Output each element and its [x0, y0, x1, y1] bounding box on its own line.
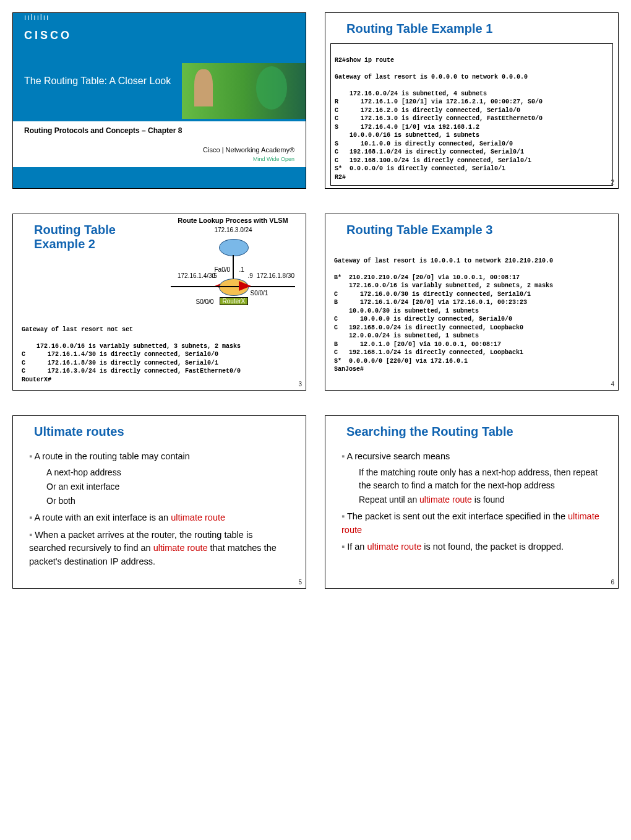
- net-label: 172.16.3.0/24: [215, 227, 252, 233]
- route-line: S* 0.0.0.0/0 is directly connected, Seri…: [335, 165, 505, 172]
- bullet: A route with an exit interface is an ult…: [29, 511, 290, 525]
- route-line: C 192.168.1.0/24 is directly connected, …: [335, 149, 524, 155]
- slide-grid: ıılıılıı CISCO The Routing Table: A Clos…: [12, 12, 619, 589]
- page-number: 5: [298, 579, 302, 586]
- bullet: A route in the routing table may contain: [29, 450, 290, 464]
- page-number: 3: [298, 381, 302, 388]
- slide-3: Routing Table Example 2 Route Lookup Pro…: [12, 214, 306, 391]
- if-label: .5: [212, 272, 217, 279]
- slide-1: ıılıılıı CISCO The Routing Table: A Clos…: [12, 12, 306, 189]
- route-line: C 172.16.3.0/24 is directly connected, F…: [22, 368, 241, 375]
- route-line: SanJose#: [334, 366, 364, 373]
- gateway-line: Gateway of last resort not set: [22, 326, 133, 333]
- route-line: 172.16.0.0/16 is variably subnetted, 2 s…: [334, 282, 553, 289]
- route-line: 10.0.0.0/16 is subnetted, 1 subnets: [335, 132, 479, 139]
- route-line: S 172.16.4.0 [1/0] via 192.168.1.2: [335, 124, 479, 131]
- route-line: RouterX#: [22, 376, 51, 383]
- if-label: .9: [248, 272, 253, 279]
- sub-bullet: Or an exit interface: [46, 480, 290, 493]
- slide-heading: Routing Table Example 3: [325, 214, 618, 242]
- net-label: 172.16.1.4/30: [178, 272, 215, 279]
- route-line: S* 0.0.0.0/0 [220/0] via 172.16.0.1: [334, 358, 468, 365]
- academy-label: Cisco | Networking Academy®: [13, 140, 306, 156]
- route-line: 10.0.0.0/30 is subnetted, 1 subnets: [334, 308, 479, 314]
- arrow-icon: [239, 281, 251, 291]
- network-diagram: 172.16.3.0/24 Fa0/0 .1 172.16.1.4/30 172…: [165, 224, 301, 311]
- sub-bullet: If the matching route only has a next-ho…: [359, 466, 602, 492]
- route-line: B 172.16.1.0/24 [20/0] via 172.16.0.1, 0…: [334, 299, 527, 306]
- route-line: C 172.16.3.0 is directly connected, Fast…: [335, 115, 543, 122]
- route-line: S 10.1.0.0 is directly connected, Serial…: [335, 141, 513, 147]
- bullet: When a packet arrives at the router, the…: [29, 529, 290, 569]
- cmd-prompt: R2#show ip route: [335, 57, 394, 64]
- bullet: The packet is sent out the exit interfac…: [341, 510, 602, 537]
- bullet: A recursive search means: [341, 450, 602, 464]
- cisco-logo-bars: ıılıılıı: [13, 13, 306, 22]
- slide-4: Routing Table Example 3 Gateway of last …: [325, 214, 619, 391]
- key-term: ultimate route: [171, 513, 225, 522]
- route-line: B 12.0.1.0 [20/0] via 10.0.0.1, 00:08:17: [334, 341, 501, 348]
- route-line: R2#: [335, 174, 346, 181]
- bullet: If an ultimate route is not found, the p…: [341, 540, 602, 554]
- router-name: RouterX: [220, 297, 249, 305]
- page-number: 6: [611, 579, 614, 586]
- route-line: C 10.0.0.0 is directly connected, Serial…: [334, 316, 512, 323]
- slide-6: Searching the Routing Table A recursive …: [325, 415, 619, 589]
- title-image: [182, 63, 306, 119]
- slide-heading: Routing Table Example 1: [325, 13, 618, 41]
- route-line: C 192.168.100.0/24 is directly connected…: [335, 157, 531, 164]
- route-line: C 172.16.1.4/30 is directly connected, S…: [22, 351, 218, 358]
- page-number: 2: [611, 179, 614, 186]
- route-line: 172.16.0.0/16 is variably subnetted, 3 s…: [22, 343, 241, 350]
- cisco-logo-text: CISCO: [13, 22, 306, 45]
- route-line: C 192.168.1.0/24 is directly connected, …: [334, 349, 523, 356]
- if-label: S0/0/1: [251, 290, 268, 297]
- key-term: ultimate route: [153, 543, 208, 553]
- route-line: C 172.16.1.8/30 is directly connected, S…: [22, 360, 218, 366]
- slide-2: Routing Table Example 1 R2#show ip route…: [325, 12, 619, 189]
- terminal-output: Gateway of last resort is 10.0.0.1 to ne…: [330, 245, 613, 378]
- terminal-output: R2#show ip route Gateway of last resort …: [330, 43, 613, 186]
- academy-tagline: Mind Wide Open: [13, 156, 306, 167]
- page-number: 4: [611, 381, 614, 388]
- key-term: ultimate route: [367, 542, 421, 552]
- route-line: R 172.16.1.0 [120/1] via 172.16.2.1, 00:…: [335, 98, 543, 105]
- terminal-output: Gateway of last resort not set 172.16.0.…: [18, 313, 301, 388]
- if-label: .1: [239, 266, 244, 273]
- slide-heading: Routing Table Example 2: [13, 214, 160, 311]
- if-label: S0/0/0: [196, 298, 214, 305]
- gateway-line: Gateway of last resort is 10.0.0.1 to ne…: [334, 258, 553, 264]
- key-term: ultimate route: [419, 495, 472, 504]
- route-line: B* 210.210.210.0/24 [20/0] via 10.0.0.1,…: [334, 274, 520, 281]
- slide-subtitle: Routing Protocols and Concepts – Chapter…: [24, 126, 294, 135]
- sub-bullet: Repeat until an ultimate route is found: [359, 493, 602, 506]
- slide-heading: Searching the Routing Table: [325, 416, 618, 444]
- sub-bullet: Or both: [46, 495, 290, 508]
- route-line: C 172.16.0.0/30 is directly connected, S…: [334, 291, 531, 298]
- route-line: C 172.16.2.0 is directly connected, Seri…: [335, 107, 520, 114]
- slide-heading: Ultimate routes: [13, 416, 306, 444]
- route-line: 172.16.0.0/24 is subnetted, 4 subnets: [335, 90, 487, 97]
- slide-5: Ultimate routes A route in the routing t…: [12, 415, 306, 589]
- sub-bullet: A next-hop address: [46, 466, 290, 479]
- route-line: C 192.168.0.0/24 is directly connected, …: [334, 324, 523, 331]
- diagram-title: Route Lookup Process with VLSM: [160, 214, 306, 224]
- net-label: 172.16.1.8/30: [257, 272, 294, 279]
- router-icon: [219, 239, 249, 256]
- slide-title: The Routing Table: A Closer Look: [13, 63, 182, 119]
- route-line: 12.0.0.0/24 is subnetted, 1 subnets: [334, 332, 479, 339]
- gateway-line: Gateway of last resort is 0.0.0.0 to net…: [335, 74, 528, 80]
